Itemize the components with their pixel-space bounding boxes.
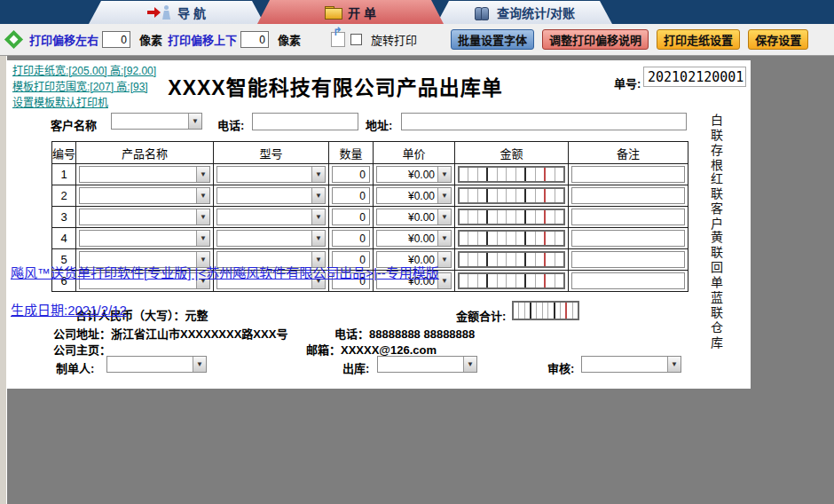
chevron-down-icon: ▼ bbox=[311, 167, 325, 182]
column-header: 产品名称 bbox=[76, 142, 214, 164]
offset-ud-input[interactable] bbox=[240, 31, 269, 48]
model-combo[interactable]: ▼ bbox=[216, 166, 326, 183]
chevron-down-icon: ▼ bbox=[196, 167, 209, 182]
chevron-down-icon: ▼ bbox=[437, 273, 451, 288]
chevron-down-icon: ▼ bbox=[311, 209, 325, 224]
rotate-print-checkbox[interactable] bbox=[350, 34, 362, 45]
item-row: 1▼▼0¥0.00▼ bbox=[52, 164, 688, 185]
remark-input[interactable] bbox=[571, 251, 685, 268]
model-combo[interactable]: ▼ bbox=[216, 187, 326, 204]
audit-label: 审核: bbox=[547, 359, 574, 376]
unit-price-combo[interactable]: ¥0.00▼ bbox=[376, 209, 452, 225]
outbound-label: 出库: bbox=[342, 359, 369, 376]
maker-label: 制单人: bbox=[56, 359, 94, 376]
product-name-combo[interactable]: ▼ bbox=[79, 230, 210, 247]
product-name-combo[interactable]: ▼ bbox=[79, 209, 210, 225]
model-combo[interactable]: ▼ bbox=[216, 209, 326, 225]
chevron-down-icon: ▼ bbox=[193, 357, 206, 372]
money-digit-grid bbox=[512, 301, 579, 320]
money-digit-grid bbox=[458, 272, 565, 289]
copy-sheet-label: 红联客户 bbox=[707, 172, 725, 232]
chevron-down-icon: ▼ bbox=[667, 357, 681, 372]
copy-sheet-label: 黄联回单 bbox=[707, 231, 725, 291]
tab-navigation[interactable]: 导 航 bbox=[89, 1, 264, 24]
delivery-note-page: 打印走纸宽:[205.00] 高:[92.00] 模板打印范围宽:[207] 高… bbox=[7, 60, 751, 389]
unit-price-combo[interactable]: ¥0.00▼ bbox=[376, 187, 452, 204]
offset-lr-label: 打印偏移左右 bbox=[29, 31, 98, 48]
unit-price-combo[interactable]: ¥0.00▼ bbox=[376, 166, 452, 183]
order-no-input[interactable]: 202102120001 bbox=[643, 67, 746, 87]
remark-input[interactable] bbox=[571, 209, 685, 225]
default-printer-link[interactable]: 设置模板默认打印机 bbox=[12, 94, 108, 109]
chevron-down-icon: ▼ bbox=[311, 231, 325, 246]
column-header: 型号 bbox=[214, 142, 329, 164]
row-number: 2 bbox=[52, 185, 76, 207]
quantity-input[interactable]: 0 bbox=[332, 166, 370, 183]
address-label: 地址: bbox=[366, 116, 392, 133]
diamond-icon bbox=[4, 30, 23, 49]
item-row: 3▼▼0¥0.00▼ bbox=[52, 207, 688, 228]
left-scroll-strip[interactable] bbox=[0, 56, 7, 504]
offset-lr-input[interactable] bbox=[102, 31, 130, 48]
company-address: 公司地址：浙江省江山市XXXXXXXX路XXX号 bbox=[53, 325, 287, 342]
remark-input[interactable] bbox=[571, 187, 685, 204]
quantity-input[interactable]: 0 bbox=[332, 209, 370, 225]
customer-combo-value bbox=[112, 114, 188, 129]
homepage-label: 公司主页： bbox=[53, 341, 111, 358]
product-name-combo[interactable]: ▼ bbox=[79, 166, 210, 183]
offset-help-button[interactable]: 调整打印偏移说明 bbox=[542, 29, 649, 50]
copy-sheet-label: 白联存根 bbox=[707, 114, 725, 174]
address-input[interactable] bbox=[401, 113, 687, 130]
order-no-label: 单号: bbox=[614, 75, 641, 91]
print-settings-toolbar: 打印偏移左右 像素 打印偏移上下 像素 旋转打印 批量设置字体 调整打印偏移说明… bbox=[0, 24, 834, 56]
remark-input[interactable] bbox=[571, 272, 685, 289]
total-amount-label: 金额合计: bbox=[456, 307, 506, 324]
unit-price-combo[interactable]: ¥0.00▼ bbox=[376, 230, 452, 247]
tab-query-stats[interactable]: 查询统计/对账 bbox=[437, 1, 612, 24]
software-watermark: 飚风™送货单打印软件[专业版] |<苏州飚风软件有限公司出品>|--专用模版 bbox=[11, 263, 439, 281]
tab-navigation-label: 导 航 bbox=[177, 4, 206, 21]
chevron-down-icon: ▼ bbox=[196, 209, 209, 224]
phone-label: 电话: bbox=[217, 116, 244, 133]
navigation-person-icon bbox=[147, 5, 170, 20]
chevron-down-icon: ▼ bbox=[437, 252, 451, 267]
chevron-down-icon: ▼ bbox=[196, 188, 209, 203]
tab-query-stats-label: 查询统计/对账 bbox=[497, 4, 575, 21]
px-label-2: 像素 bbox=[278, 31, 301, 48]
chevron-down-icon: ▼ bbox=[437, 231, 451, 246]
row-number: 3 bbox=[52, 207, 76, 228]
chevron-down-icon: ▼ bbox=[437, 167, 451, 182]
generated-date-watermark: 生成日期:2021/2/12 bbox=[11, 300, 127, 319]
maker-combo[interactable]: ▼ bbox=[106, 356, 207, 373]
model-combo[interactable]: ▼ bbox=[216, 230, 326, 247]
chevron-down-icon: ▼ bbox=[188, 114, 201, 129]
chevron-down-icon: ▼ bbox=[196, 231, 209, 246]
px-label-1: 像素 bbox=[139, 31, 162, 48]
customer-label: 客户名称 bbox=[51, 116, 97, 133]
phone-input[interactable] bbox=[252, 113, 358, 130]
column-header: 编号 bbox=[52, 142, 76, 164]
remark-input[interactable] bbox=[571, 166, 685, 183]
row-number: 1 bbox=[52, 164, 76, 185]
chevron-down-icon: ▼ bbox=[437, 188, 451, 203]
customer-combo[interactable]: ▼ bbox=[111, 113, 202, 130]
outbound-combo[interactable]: ▼ bbox=[377, 356, 477, 373]
paper-feed-button[interactable]: 打印走纸设置 bbox=[657, 29, 740, 50]
product-name-combo[interactable]: ▼ bbox=[79, 187, 210, 204]
open-folder-icon bbox=[325, 6, 341, 18]
tab-billing[interactable]: 开 单 bbox=[257, 0, 444, 24]
quantity-input[interactable]: 0 bbox=[332, 187, 370, 204]
column-header: 金额 bbox=[455, 142, 569, 164]
save-settings-button[interactable]: 保存设置 bbox=[748, 29, 808, 50]
remark-input[interactable] bbox=[571, 230, 685, 247]
batch-font-button[interactable]: 批量设置字体 bbox=[451, 29, 534, 50]
chevron-down-icon: ▼ bbox=[437, 209, 451, 224]
total-amount-grid bbox=[512, 301, 579, 320]
audit-combo[interactable]: ▼ bbox=[581, 356, 681, 373]
company-phone: 电话：88888888 88888888 bbox=[334, 325, 475, 342]
rotate-print-label: 旋转打印 bbox=[371, 31, 417, 48]
money-digit-grid bbox=[458, 251, 565, 268]
chevron-down-icon: ▼ bbox=[311, 188, 325, 203]
quantity-input[interactable]: 0 bbox=[332, 230, 370, 247]
column-header: 备注 bbox=[569, 142, 688, 164]
